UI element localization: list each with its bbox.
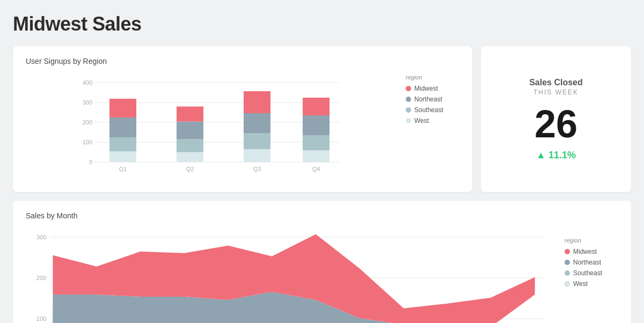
svg-rect-17 <box>177 122 203 140</box>
svg-text:200: 200 <box>83 119 92 126</box>
svg-text:Q4: Q4 <box>312 166 320 172</box>
svg-text:300: 300 <box>36 234 46 240</box>
svg-text:100: 100 <box>36 315 46 322</box>
svg-rect-10 <box>109 151 136 162</box>
kpi-change: ▲ 11.1% <box>536 150 576 161</box>
line-chart-svg: 300 200 100 <box>26 226 556 323</box>
svg-text:Q2: Q2 <box>186 166 194 172</box>
bar-chart-legend: region Midwest Northeast Southeast West <box>406 72 459 128</box>
kpi-subtitle: THIS WEEK <box>533 89 579 96</box>
svg-rect-20 <box>244 149 270 162</box>
legend-item-midwest: Midwest <box>406 85 459 92</box>
svg-rect-11 <box>109 137 136 151</box>
svg-text:100: 100 <box>83 139 92 145</box>
svg-rect-25 <box>303 150 330 162</box>
kpi-change-arrow: ▲ <box>536 150 546 160</box>
bar-chart-title: User Signups by Region <box>26 57 459 65</box>
bar-chart-card: User Signups by Region 400 300 200 100 0 <box>13 46 472 192</box>
kpi-value: 26 <box>535 105 577 143</box>
line-legend-west: West <box>565 280 618 288</box>
legend-item-west: West <box>406 117 459 124</box>
kpi-change-value: 11.1% <box>548 150 576 160</box>
svg-text:0: 0 <box>89 159 92 165</box>
line-legend-title: region <box>565 237 618 244</box>
line-chart-card: Sales by Month 300 200 100 <box>13 201 631 323</box>
svg-rect-12 <box>109 118 136 137</box>
line-legend-southeast: Southeast <box>565 269 618 277</box>
svg-rect-21 <box>244 133 270 149</box>
svg-rect-16 <box>177 140 203 152</box>
kpi-card: Sales Closed THIS WEEK 26 ▲ 11.1% <box>481 46 631 192</box>
kpi-title: Sales Closed <box>529 78 583 87</box>
svg-text:Q3: Q3 <box>253 166 261 172</box>
svg-rect-26 <box>303 135 330 150</box>
svg-text:300: 300 <box>83 99 92 106</box>
bar-legend-title: region <box>406 74 459 80</box>
bar-chart-svg: 400 300 200 100 0 Q1 <box>26 72 397 179</box>
svg-text:200: 200 <box>36 275 46 281</box>
line-chart-title: Sales by Month <box>26 211 618 220</box>
svg-rect-15 <box>177 152 203 163</box>
svg-rect-23 <box>244 91 270 113</box>
legend-item-southeast: Southeast <box>406 106 459 114</box>
svg-rect-18 <box>177 107 203 122</box>
svg-rect-27 <box>303 115 330 135</box>
line-legend-northeast: Northeast <box>565 259 618 266</box>
line-chart-legend: region Midwest Northeast Southeast West <box>565 226 618 291</box>
svg-rect-28 <box>303 98 330 115</box>
svg-text:Q1: Q1 <box>119 166 127 172</box>
legend-item-northeast: Northeast <box>406 96 459 103</box>
svg-rect-22 <box>244 113 270 133</box>
page-title: Midwest Sales <box>13 13 631 35</box>
svg-rect-13 <box>109 99 136 118</box>
svg-text:400: 400 <box>83 79 92 86</box>
line-legend-midwest: Midwest <box>565 248 618 255</box>
